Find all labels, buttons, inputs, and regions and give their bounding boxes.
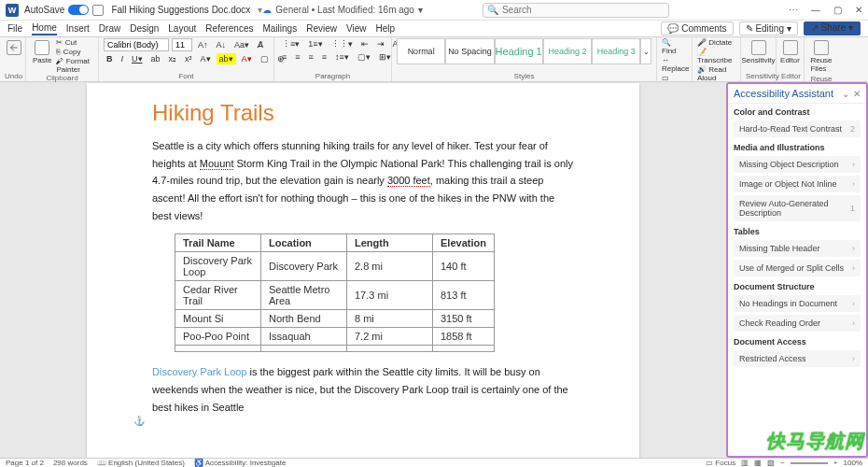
page[interactable]: Hiking Trails Seattle is a city which of… bbox=[87, 83, 639, 458]
panel-item[interactable]: Image or Object Not Inline› bbox=[734, 176, 861, 192]
anchor-icon[interactable]: ⚓ bbox=[133, 416, 145, 426]
font-name-box[interactable] bbox=[104, 38, 169, 51]
panel-close-icon[interactable]: ✕ bbox=[853, 89, 861, 99]
font-color-button[interactable]: A▾ bbox=[239, 53, 255, 64]
align-left-button[interactable]: ≡ bbox=[279, 51, 289, 63]
document-canvas[interactable]: Hiking Trails Seattle is a city which of… bbox=[0, 82, 726, 458]
undo-button[interactable] bbox=[5, 38, 23, 57]
line-spacing-button[interactable]: ↕≡▾ bbox=[332, 51, 352, 63]
spelling-error-1[interactable]: Mouunt bbox=[200, 158, 234, 170]
style-normal[interactable]: Normal bbox=[397, 38, 445, 64]
panel-dropdown-icon[interactable]: ⌄ bbox=[842, 89, 849, 99]
bold-button[interactable]: B bbox=[104, 53, 116, 64]
borders-button[interactable]: ⊞▾ bbox=[376, 51, 394, 63]
align-right-button[interactable]: ≡ bbox=[306, 51, 316, 63]
increase-indent-button[interactable]: ⇥ bbox=[374, 38, 387, 50]
editor-button[interactable]: Editor bbox=[781, 38, 799, 66]
share-button[interactable]: ↗ Share ▾ bbox=[804, 21, 861, 35]
dictate-button[interactable]: 🎤 Dictate bbox=[697, 38, 735, 47]
style-no-spacing[interactable]: No Spacing bbox=[445, 38, 494, 64]
view-read-mode-button[interactable]: ▥ bbox=[741, 459, 749, 467]
panel-item[interactable]: Use of Merged or Split Cells› bbox=[734, 260, 861, 276]
menu-layout[interactable]: Layout bbox=[168, 23, 196, 34]
align-center-button[interactable]: ≡ bbox=[292, 51, 302, 63]
sensitivity-button[interactable]: Sensitivity bbox=[746, 38, 771, 66]
replace-button[interactable]: ↔ Replace bbox=[662, 56, 687, 73]
copy-button[interactable]: ⎘ Copy bbox=[56, 48, 93, 56]
view-web-layout-button[interactable]: ▧ bbox=[767, 459, 775, 467]
panel-item[interactable]: Missing Object Description› bbox=[734, 156, 861, 173]
superscript-button[interactable]: x² bbox=[182, 53, 195, 64]
status-accessibility[interactable]: ♿ Accessibility: Investigate bbox=[194, 459, 286, 467]
table-row[interactable]: Poo-Poo PointIssaquah7.2 mi1858 ft bbox=[175, 328, 495, 346]
menu-references[interactable]: References bbox=[205, 23, 253, 34]
subscript-button[interactable]: x₂ bbox=[166, 53, 180, 64]
panel-item[interactable]: No Headings in Document› bbox=[734, 295, 861, 312]
close-button[interactable]: ✕ bbox=[855, 5, 862, 15]
grammar-error-1[interactable]: 3000 feet bbox=[387, 175, 430, 187]
panel-item[interactable]: Missing Table Header› bbox=[734, 240, 861, 257]
shading-button[interactable]: ▢▾ bbox=[355, 51, 373, 63]
table-row[interactable]: Mount SiNorth Bend8 mi3150 ft bbox=[175, 310, 495, 328]
search-box[interactable]: 🔍 bbox=[483, 3, 669, 18]
document-filename[interactable]: Fall Hiking Suggestions Doc.docx bbox=[111, 5, 250, 15]
find-button[interactable]: 🔍 Find bbox=[662, 38, 687, 55]
menu-review[interactable]: Review bbox=[306, 23, 337, 34]
view-print-layout-button[interactable]: ▦ bbox=[754, 459, 762, 467]
justify-button[interactable]: ≡ bbox=[319, 51, 329, 63]
style-heading-2[interactable]: Heading 2 bbox=[543, 38, 592, 64]
breadcrumb[interactable]: ☁ General • Last Modified: 16m ago ▾ bbox=[262, 5, 423, 15]
transcribe-button[interactable]: 📝 Transcribe bbox=[697, 48, 735, 64]
trails-table[interactable]: Trail Name Location Length Elevation Dis… bbox=[175, 234, 495, 352]
font-size-box[interactable] bbox=[172, 38, 192, 51]
styles-more-button[interactable]: ⌄ bbox=[641, 48, 651, 56]
decrease-indent-button[interactable]: ⇤ bbox=[358, 38, 371, 50]
italic-button[interactable]: I bbox=[119, 53, 127, 64]
table-header-row[interactable]: Trail Name Location Length Elevation bbox=[175, 234, 495, 252]
style-heading-3[interactable]: Heading 3 bbox=[592, 38, 640, 64]
comments-button[interactable]: 💬 Comments bbox=[661, 21, 733, 35]
clear-formatting-button[interactable]: A̸ bbox=[255, 39, 266, 50]
doc-title[interactable]: Hiking Trails bbox=[152, 100, 574, 126]
paste-button[interactable]: Paste bbox=[31, 38, 53, 66]
cut-button[interactable]: ✂ Cut bbox=[56, 38, 93, 47]
table-row[interactable]: Cedar River TrailSeattle Metro Area17.3 … bbox=[175, 281, 495, 310]
doc-paragraph-1[interactable]: Seattle is a city which offers stunning … bbox=[152, 137, 574, 224]
table-row[interactable] bbox=[175, 346, 495, 352]
autosave-toggle[interactable] bbox=[68, 5, 89, 15]
menu-file[interactable]: File bbox=[7, 23, 22, 34]
zoom-out-button[interactable]: − bbox=[780, 459, 785, 467]
status-page[interactable]: Page 1 of 2 bbox=[6, 459, 44, 467]
menu-view[interactable]: View bbox=[346, 23, 367, 34]
save-icon[interactable] bbox=[92, 5, 104, 16]
shrink-font-button[interactable]: A↓ bbox=[214, 39, 230, 50]
doc-paragraph-2[interactable]: Discovery Park Loop is the biggest park … bbox=[152, 363, 574, 416]
style-heading-1[interactable]: Heading 1 bbox=[495, 38, 543, 64]
reuse-files-button[interactable]: Reuse Files bbox=[809, 38, 833, 75]
menu-help[interactable]: Help bbox=[375, 23, 395, 34]
numbering-button[interactable]: 1≡▾ bbox=[305, 38, 325, 50]
strikethrough-button[interactable]: ab bbox=[148, 53, 163, 64]
multilevel-list-button[interactable]: ⋮⋮▾ bbox=[329, 38, 356, 50]
table-row[interactable]: Discovery Park LoopDiscovery Park2.8 mi1… bbox=[175, 252, 495, 281]
ribbon-options-icon[interactable]: ⋯ bbox=[789, 5, 798, 15]
bullets-button[interactable]: ⋮≡▾ bbox=[279, 38, 302, 50]
panel-item[interactable]: Hard-to-Read Text Contrast2 bbox=[734, 120, 861, 137]
panel-item[interactable]: Restricted Access› bbox=[734, 350, 861, 367]
styles-gallery[interactable]: Normal No Spacing Heading 1 Heading 2 He… bbox=[397, 38, 651, 64]
menu-insert[interactable]: Insert bbox=[66, 23, 90, 34]
minimize-button[interactable]: — bbox=[811, 5, 820, 15]
status-language[interactable]: 📖 English (United States) bbox=[97, 459, 185, 467]
zoom-level[interactable]: 100% bbox=[844, 459, 862, 467]
highlight-button[interactable]: ab▾ bbox=[217, 53, 236, 64]
grow-font-button[interactable]: A↑ bbox=[195, 39, 211, 50]
maximize-button[interactable]: ▢ bbox=[833, 5, 842, 15]
zoom-slider[interactable] bbox=[791, 462, 828, 464]
format-painter-button[interactable]: 🖌 Format Painter bbox=[56, 57, 93, 74]
menu-design[interactable]: Design bbox=[130, 23, 159, 34]
doc-link[interactable]: Discovery Park Loop bbox=[152, 366, 247, 377]
focus-mode-button[interactable]: ▭ Focus bbox=[706, 459, 735, 467]
change-case-button[interactable]: Aa▾ bbox=[231, 39, 252, 50]
menu-draw[interactable]: Draw bbox=[99, 23, 120, 34]
search-input[interactable] bbox=[483, 3, 669, 18]
